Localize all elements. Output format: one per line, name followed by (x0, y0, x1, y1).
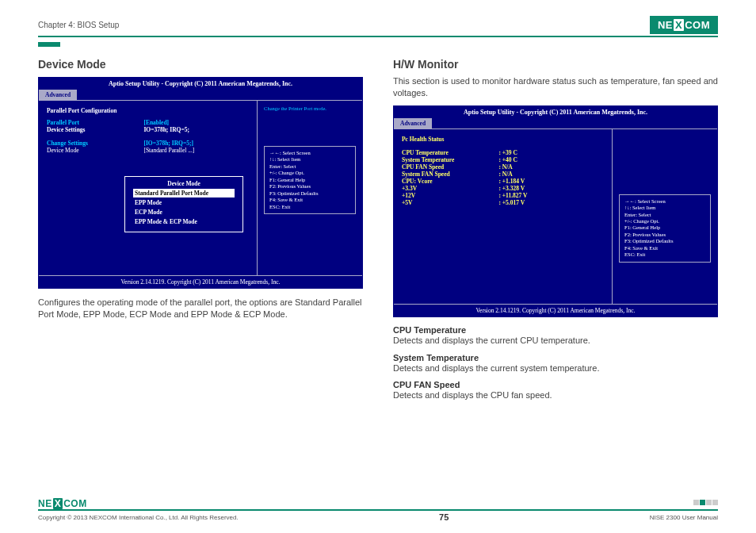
row-value[interactable]: [IO=378h; IRQ=5;] (143, 140, 249, 147)
hw-value: : N/A (498, 163, 604, 171)
hw-value: : N/A (498, 171, 604, 178)
entry-heading: CPU FAN Speed (393, 380, 718, 389)
hw-label: System FAN Speed (402, 171, 498, 178)
footer-squares-icon (693, 500, 718, 505)
popup-option-selected[interactable]: Standard Parallel Port Mode (133, 189, 235, 197)
row-value[interactable]: [Standard Parallel ...] (143, 147, 249, 154)
right-column: H/W Monitor This section is used to moni… (393, 58, 718, 408)
hw-label: CPU: Vcore (402, 178, 498, 185)
footer-logo: NEXCOM (38, 498, 87, 509)
manual-name: NISE 2300 User Manual (650, 514, 718, 521)
bios-right-pane: Change the Printer Port mode. →←: Select… (258, 101, 362, 275)
entry-desc: Detects and displays the current system … (393, 362, 718, 374)
hw-label: System Temperature (402, 156, 498, 163)
row-label[interactable]: Change Settings (47, 140, 143, 147)
bios-right-pane: →←: Select Screen ↑↓: Select Item Enter:… (613, 129, 717, 304)
popup-option[interactable]: EPP Mode & ECP Mode (133, 217, 235, 226)
hw-label: CPU Temperature (402, 149, 498, 156)
brand-logo: NEXCOM (650, 16, 718, 34)
row-label: Device Settings (47, 126, 143, 133)
chapter-label: Chapter 4: BIOS Setup (38, 21, 119, 29)
page-footer: NEXCOM Copyright © 2013 NEXCOM Internati… (38, 509, 718, 522)
hw-value: : +1.184 V (498, 178, 604, 185)
hw-value: : +5.017 V (498, 199, 604, 206)
hw-label: CPU FAN Speed (402, 163, 498, 171)
popup-option[interactable]: ECP Mode (133, 208, 235, 217)
hw-label: +5V (402, 199, 498, 206)
hw-value: : +11.827 V (498, 192, 604, 199)
help-keys: →←: Select Screen ↑↓: Select Item Enter:… (264, 146, 356, 214)
entry-desc: Detects and displays the current CPU tem… (393, 335, 718, 347)
device-mode-heading: Device Mode (38, 58, 363, 71)
bios-footer: Version 2.14.1219. Copyright (C) 2011 Am… (39, 275, 362, 288)
hw-value: : +39 C (498, 149, 604, 156)
row-value[interactable]: [Enabled] (143, 119, 249, 126)
bios-title: Aptio Setup Utility - Copyright (C) 2011… (39, 78, 362, 90)
popup-title: Device Mode (133, 180, 235, 187)
bios-footer: Version 2.14.1219. Copyright (C) 2011 Am… (394, 304, 717, 316)
help-keys: →←: Select Screen ↑↓: Select Item Enter:… (619, 194, 711, 263)
pane-heading: Pc Health Status (402, 136, 604, 143)
pane-heading: Parallel Port Configuration (47, 107, 249, 114)
page-header: Chapter 4: BIOS Setup NEXCOM (38, 16, 718, 37)
hw-value: : +40 C (498, 156, 604, 163)
entry-heading: System Temperature (393, 353, 718, 362)
hw-value: : +3.328 V (498, 185, 604, 192)
hw-monitor-heading: H/W Monitor (393, 58, 718, 71)
device-mode-desc: Configures the operating mode of the par… (38, 297, 363, 320)
accent-bar (38, 42, 60, 47)
hw-label: +12V (402, 192, 498, 199)
left-column: Device Mode Aptio Setup Utility - Copyri… (38, 58, 363, 408)
bios-title: Aptio Setup Utility - Copyright (C) 2011… (394, 106, 717, 118)
bios-left-pane: Parallel Port Configuration Parallel Por… (39, 101, 258, 275)
bios-left-pane: Pc Health Status CPU Temperature: +39 C … (394, 129, 613, 304)
entry-desc: Detects and displays the CPU fan speed. (393, 389, 718, 401)
entry-heading: CPU Temperature (393, 325, 718, 335)
row-value: IO=378h; IRQ=5; (143, 126, 249, 133)
hw-label: +3.3V (402, 185, 498, 192)
copyright: Copyright © 2013 NEXCOM International Co… (38, 514, 239, 521)
tab-advanced[interactable]: Advanced (39, 90, 77, 100)
page-number: 75 (439, 512, 449, 522)
bios-screen-device-mode: Aptio Setup Utility - Copyright (C) 2011… (38, 77, 363, 289)
hw-monitor-intro: This section is used to monitor hardware… (393, 75, 718, 99)
bios-screen-hw-monitor: Aptio Setup Utility - Copyright (C) 2011… (393, 105, 718, 317)
row-label[interactable]: Device Mode (47, 147, 143, 154)
device-mode-popup: Device Mode Standard Parallel Port Mode … (124, 176, 243, 232)
tab-advanced[interactable]: Advanced (394, 118, 432, 128)
help-hint: Change the Printer Port mode. (264, 105, 356, 111)
bios-tabs: Advanced (39, 90, 362, 100)
popup-option[interactable]: EPP Mode (133, 198, 235, 207)
row-label[interactable]: Parallel Port (47, 119, 143, 126)
